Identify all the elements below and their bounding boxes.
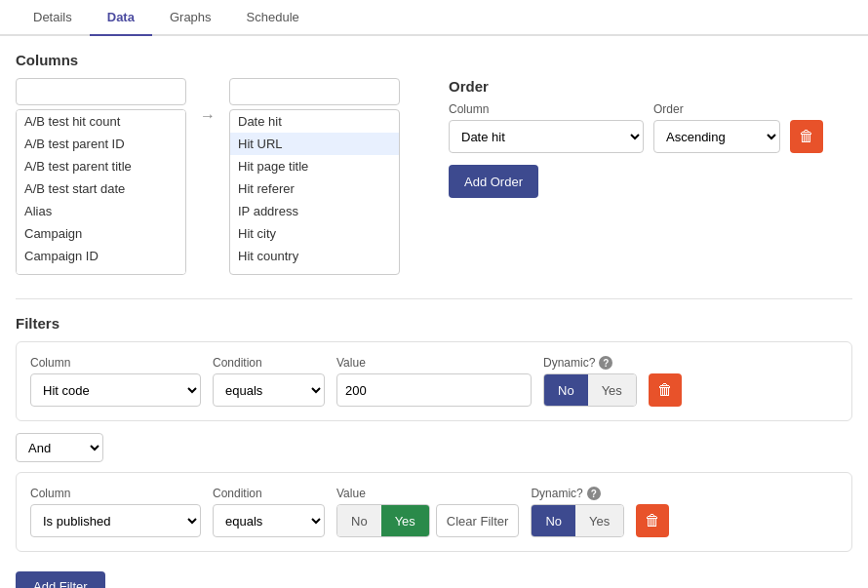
delete-icon: 🗑 [799, 128, 814, 145]
columns-title: Columns [16, 52, 852, 68]
filter-1-fields: Column Hit code Date hit Hit URL Hit cit… [30, 356, 838, 407]
order-column-group: Column Date hit Hit URL Hit page title H… [449, 102, 644, 153]
filter-row-1: Column Hit code Date hit Hit URL Hit cit… [16, 341, 852, 421]
arrow-right-icon[interactable]: → [200, 107, 216, 125]
filter-2-delete-button[interactable]: 🗑 [636, 504, 669, 537]
add-order-button[interactable]: Add Order [449, 165, 538, 198]
order-title: Order [449, 78, 852, 95]
filter-1-dynamic-group: Dynamic? ? No Yes [543, 356, 637, 407]
filter-1-condition-group: Condition equals not equals contains gre… [213, 356, 325, 407]
left-col-list[interactable]: A/B test hit count A/B test parent ID A/… [16, 109, 186, 275]
and-row: And Or [16, 433, 852, 462]
list-item[interactable]: A/B test hit count [17, 110, 185, 133]
list-item[interactable]: Category ID [17, 267, 185, 275]
filter-2-condition-group: Condition equals not equals contains gre… [213, 487, 325, 537]
order-order-select[interactable]: Ascending Descending [653, 120, 780, 153]
filters-section: Filters Column Hit code Date hit Hit URL… [16, 298, 852, 588]
left-col-wrapper: A/B test hit count A/B test parent ID A/… [16, 78, 186, 275]
list-item[interactable]: Hit country [230, 245, 399, 267]
filter-2-fields: Column Hit code Date hit Hit URL Hit cit… [30, 487, 838, 537]
filter-2-value-group: Value No Yes Clear Filter [336, 487, 519, 537]
order-section: Order Column Date hit Hit URL Hit page t… [449, 78, 852, 198]
filter-2-no-yes-toggle[interactable]: No Yes [336, 504, 430, 537]
filter-1-column-group: Column Hit code Date hit Hit URL Hit cit… [30, 356, 201, 407]
right-col-list[interactable]: Date hit Hit URL Hit page title Hit refe… [229, 109, 400, 275]
filter-2-no-btn[interactable]: No [337, 505, 381, 536]
filter-1-column-select[interactable]: Hit code Date hit Hit URL Hit city Hit c… [30, 373, 201, 407]
filter-1-dynamic-yes-btn[interactable]: Yes [588, 374, 636, 406]
order-column-select[interactable]: Date hit Hit URL Hit page title Hit refe… [449, 120, 644, 153]
order-row: Column Date hit Hit URL Hit page title H… [449, 102, 852, 153]
filter-1-condition-label: Condition [213, 356, 325, 370]
filter-1-value-label: Value [336, 356, 532, 370]
and-select[interactable]: And Or [16, 433, 103, 462]
help-icon-2: ? [587, 487, 601, 500]
filter-2-dynamic-no-btn[interactable]: No [532, 505, 575, 536]
filter-1-dynamic-no-btn[interactable]: No [544, 374, 588, 406]
transfer-arrows[interactable]: → [196, 78, 219, 125]
delete-icon-2: 🗑 [645, 512, 660, 529]
order-order-group: Order Ascending Descending [653, 102, 780, 153]
filter-1-dynamic-label-row: Dynamic? ? [543, 356, 612, 370]
filter-2-dynamic-toggle[interactable]: No Yes [531, 504, 624, 537]
list-item[interactable]: IP address [230, 200, 399, 222]
filter-2-condition-label: Condition [213, 487, 325, 500]
filter-2-dynamic-label: Dynamic? [531, 487, 582, 500]
list-item[interactable]: Campaign [17, 222, 185, 245]
filter-1-dynamic-toggle[interactable]: No Yes [543, 373, 637, 407]
tabs-bar: Details Data Graphs Schedule [0, 0, 868, 36]
list-item[interactable]: Date hit [230, 110, 399, 133]
filter-1-dynamic-label: Dynamic? [543, 356, 595, 370]
filter-2-column-select[interactable]: Hit code Date hit Hit URL Hit city Hit c… [30, 504, 201, 537]
filter-2-column-group: Column Hit code Date hit Hit URL Hit cit… [30, 487, 201, 537]
filter-1-column-label: Column [30, 356, 201, 370]
filter-1-value-group: Value [336, 356, 532, 407]
filter-2-dynamic-label-row: Dynamic? ? [531, 487, 600, 500]
order-column-label: Column [449, 102, 644, 116]
order-order-label: Order [653, 102, 780, 116]
add-filter-button[interactable]: Add Filter [16, 571, 105, 588]
clear-filter-button[interactable]: Clear Filter [436, 504, 520, 537]
list-item[interactable]: A/B test parent title [17, 155, 185, 177]
filter-1-value-input[interactable] [336, 373, 532, 407]
filter-2-yes-btn[interactable]: Yes [381, 505, 429, 536]
filter-2-dynamic-yes-btn[interactable]: Yes [575, 505, 623, 536]
filter-1-condition-select[interactable]: equals not equals contains greater than … [213, 373, 325, 407]
order-delete-button[interactable]: 🗑 [790, 120, 823, 153]
tab-graphs[interactable]: Graphs [152, 0, 229, 36]
filter-2-column-label: Column [30, 487, 201, 500]
tab-data[interactable]: Data [90, 0, 152, 36]
list-item[interactable]: A/B test parent ID [17, 133, 185, 155]
tab-schedule[interactable]: Schedule [229, 0, 317, 36]
filter-row-2: Column Hit code Date hit Hit URL Hit cit… [16, 472, 852, 552]
tab-details[interactable]: Details [16, 0, 90, 36]
list-item[interactable]: Hit city [230, 222, 399, 245]
columns-section: A/B test hit count A/B test parent ID A/… [16, 78, 852, 275]
filter-2-condition-select[interactable]: equals not equals contains greater than … [213, 504, 325, 537]
list-item[interactable]: A/B test start date [17, 177, 185, 200]
right-col-wrapper: Date hit Hit URL Hit page title Hit refe… [229, 78, 400, 275]
list-item[interactable]: Alias [17, 200, 185, 222]
right-search-input[interactable] [229, 78, 400, 105]
left-search-input[interactable] [16, 78, 186, 105]
filter-2-dynamic-group: Dynamic? ? No Yes [531, 487, 624, 537]
list-item[interactable]: Hit page title [230, 155, 399, 177]
help-icon: ? [599, 356, 612, 370]
list-item[interactable]: Hit referer [230, 177, 399, 200]
filters-title: Filters [16, 315, 852, 332]
list-item[interactable]: Hit URL [230, 133, 399, 155]
filter-1-delete-button[interactable]: 🗑 [649, 373, 682, 407]
filter-2-value-label: Value [336, 487, 519, 500]
filter-2-value-toggle-group: No Yes Clear Filter [336, 504, 519, 537]
list-item[interactable]: Campaign ID [17, 245, 185, 267]
delete-icon: 🗑 [657, 381, 673, 399]
